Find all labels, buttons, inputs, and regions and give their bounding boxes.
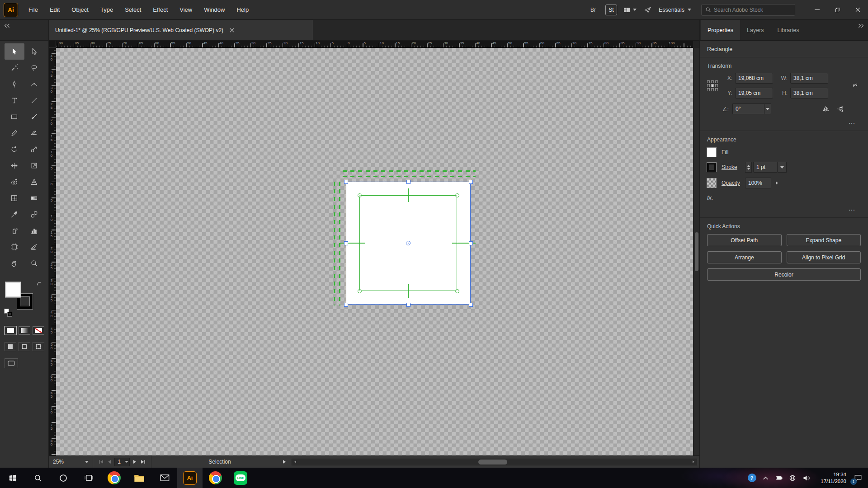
transform-y-input[interactable]: [735, 88, 773, 99]
hand-tool[interactable]: [5, 255, 24, 271]
horizontal-scrollbar-thumb[interactable]: [478, 460, 507, 465]
draw-normal-button[interactable]: [5, 342, 16, 351]
scroll-right-arrow[interactable]: [690, 459, 697, 465]
perspective-grid-tool[interactable]: [24, 174, 44, 190]
draw-inside-button[interactable]: [33, 342, 44, 351]
taskbar-illustrator[interactable]: Ai: [177, 468, 203, 488]
magic-wand-tool[interactable]: [5, 60, 24, 76]
tab-close-icon[interactable]: [230, 28, 234, 33]
file-explorer-button[interactable]: [127, 468, 152, 488]
expand-shape-button[interactable]: Expand Shape: [787, 234, 861, 246]
bridge-button[interactable]: Br: [587, 5, 599, 15]
selection-handle[interactable]: [344, 180, 348, 184]
menu-help[interactable]: Help: [231, 0, 255, 19]
vertical-ruler[interactable]: 4035302520151050510152025303540455055606…: [49, 48, 56, 455]
last-artboard-button[interactable]: [140, 460, 146, 464]
task-view-button[interactable]: [76, 468, 101, 488]
blend-tool[interactable]: [24, 206, 44, 222]
reference-point-locator[interactable]: [707, 80, 718, 91]
opacity-expand-button[interactable]: [776, 181, 778, 185]
menu-object[interactable]: Object: [66, 0, 94, 19]
stepper-down-icon[interactable]: [747, 168, 750, 170]
shaper-tool[interactable]: [5, 125, 24, 141]
ruler-corner[interactable]: [49, 41, 56, 48]
flip-horizontal-button[interactable]: [822, 105, 830, 113]
menu-window[interactable]: Window: [198, 0, 231, 19]
zoom-tool[interactable]: [24, 255, 44, 271]
transform-x-input[interactable]: [735, 73, 773, 84]
swap-fill-stroke-icon[interactable]: [36, 281, 43, 289]
transform-more-options[interactable]: ...: [700, 114, 868, 131]
tab-properties[interactable]: Properties: [701, 20, 740, 40]
rectangle-tool[interactable]: [5, 108, 24, 125]
none-button[interactable]: [33, 326, 44, 335]
status-bar-menu-arrow[interactable]: [283, 460, 286, 464]
selection-handle[interactable]: [406, 303, 410, 307]
opacity-swatch[interactable]: [707, 178, 716, 188]
menu-file[interactable]: File: [23, 0, 44, 19]
arrange-button[interactable]: Arrange: [707, 251, 782, 263]
paintbrush-tool[interactable]: [24, 108, 44, 125]
close-button[interactable]: [848, 0, 868, 20]
effects-button[interactable]: fx.: [707, 194, 861, 201]
selection-tool[interactable]: [5, 43, 24, 60]
shape-builder-tool[interactable]: [5, 174, 24, 190]
offset-path-button[interactable]: Offset Path: [707, 234, 782, 246]
taskbar-chrome-2[interactable]: [203, 468, 228, 488]
line-segment-tool[interactable]: [24, 92, 44, 108]
fill-color-swatch[interactable]: [5, 282, 21, 297]
first-artboard-button[interactable]: [99, 460, 104, 464]
pen-tool[interactable]: [5, 76, 24, 92]
recolor-button[interactable]: Recolor: [707, 268, 861, 281]
opacity-input[interactable]: [745, 178, 771, 188]
constrain-proportions-button[interactable]: [851, 81, 859, 90]
minimize-button[interactable]: [807, 0, 827, 20]
align-to-pixel-grid-button[interactable]: Align to Pixel Grid: [787, 251, 861, 263]
battery-icon[interactable]: [772, 468, 786, 488]
menu-view[interactable]: View: [174, 0, 198, 19]
artboard-number-input[interactable]: [116, 459, 123, 465]
vertical-scrollbar-thumb[interactable]: [695, 232, 698, 271]
lasso-tool[interactable]: [24, 60, 44, 76]
eraser-tool[interactable]: [24, 125, 44, 141]
zoom-level-dropdown[interactable]: 25%: [49, 456, 93, 468]
document-tab[interactable]: Untitled-1* @ 25% (RGB/GPU Preview/U.S. …: [49, 20, 313, 40]
search-input[interactable]: [714, 7, 791, 13]
gradient-tool[interactable]: [24, 190, 44, 206]
selection-handle[interactable]: [344, 241, 348, 245]
illustrator-logo[interactable]: Ai: [4, 3, 18, 17]
arrange-documents-button[interactable]: [623, 7, 637, 13]
slice-tool[interactable]: [24, 239, 44, 255]
selection-handle[interactable]: [469, 241, 473, 245]
stroke-label[interactable]: Stroke: [722, 164, 745, 170]
screen-mode-button[interactable]: [5, 358, 18, 368]
transform-h-input[interactable]: [790, 88, 828, 99]
stroke-weight-input[interactable]: [753, 162, 778, 173]
previous-artboard-button[interactable]: [107, 460, 111, 464]
taskbar-search-button[interactable]: [25, 468, 51, 488]
selection-handle[interactable]: [469, 303, 473, 307]
scale-tool[interactable]: [24, 141, 44, 157]
workspace-switcher[interactable]: Essentials: [659, 7, 691, 13]
restore-button[interactable]: [827, 0, 848, 20]
stroke-swatch[interactable]: [707, 163, 716, 172]
collapse-right-icon[interactable]: [858, 20, 868, 40]
collapse-left-icon[interactable]: [4, 23, 10, 28]
share-icon[interactable]: [644, 6, 651, 14]
opacity-label[interactable]: Opacity: [722, 180, 745, 186]
menu-effect[interactable]: Effect: [147, 0, 174, 19]
column-graph-tool[interactable]: [24, 222, 44, 239]
rotation-angle-dropdown[interactable]: 0°: [732, 103, 771, 114]
curvature-tool[interactable]: [24, 76, 44, 92]
menu-select[interactable]: Select: [119, 0, 147, 19]
mail-button[interactable]: [152, 468, 177, 488]
adobe-stock-search[interactable]: [701, 4, 795, 16]
tab-libraries[interactable]: Libraries: [771, 20, 806, 40]
stock-button[interactable]: St: [605, 5, 617, 15]
stepper-up-icon[interactable]: [747, 165, 750, 167]
taskbar-line[interactable]: LINE: [228, 468, 253, 488]
selection-center-point[interactable]: [406, 241, 410, 245]
default-fill-stroke-icon[interactable]: [5, 309, 12, 316]
width-tool[interactable]: [5, 157, 24, 174]
selection-handle[interactable]: [406, 180, 410, 184]
